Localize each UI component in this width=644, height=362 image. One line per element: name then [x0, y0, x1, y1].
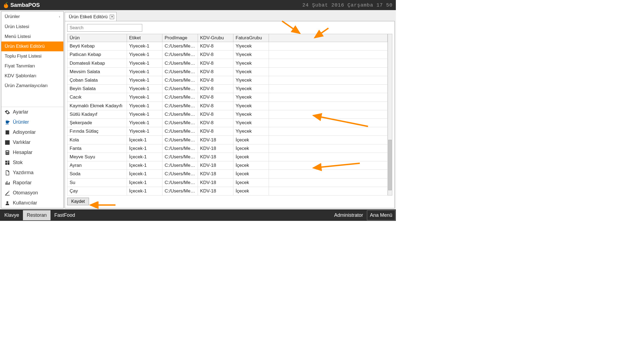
- table-row[interactable]: Kolaİçecek-1C:/Users/Meh...KDV-18İçecek: [67, 136, 388, 144]
- cell[interactable]: KDV-18: [198, 144, 233, 153]
- table-row[interactable]: Çoban SalataYiyecek-1C:/Users/Meh...KDV-…: [67, 76, 388, 84]
- cell[interactable]: İçecek: [233, 187, 269, 195]
- cell[interactable]: İçecek: [233, 170, 269, 178]
- cell[interactable]: Mevsim Salata: [67, 67, 127, 76]
- table-row[interactable]: ŞekerpadeYiyecek-1C:/Users/Meh...KDV-8Yi…: [67, 118, 388, 127]
- table-row[interactable]: Beyin SalataYiyecek-1C:/Users/Meh...KDV-…: [67, 85, 388, 93]
- sidebar-nav-bars[interactable]: Raporlar: [1, 178, 63, 188]
- cell[interactable]: C:/Users/Meh...: [162, 76, 198, 84]
- sidebar-item[interactable]: Ürün Listesi: [1, 22, 63, 32]
- cell[interactable]: Yiyecek: [233, 42, 269, 51]
- cell[interactable]: İçecek: [233, 161, 269, 170]
- table-row[interactable]: Fırında SütlaçYiyecek-1C:/Users/Meh...KD…: [67, 127, 388, 136]
- cell[interactable]: İçecek: [233, 144, 269, 153]
- cell[interactable]: KDV-8: [198, 42, 233, 51]
- cell[interactable]: Yiyecek-1: [127, 42, 162, 51]
- cell[interactable]: KDV-8: [198, 85, 233, 93]
- cell[interactable]: Yiyecek: [233, 110, 269, 118]
- cell[interactable]: KDV-18: [198, 153, 233, 161]
- sidebar-item[interactable]: Menü Listesi: [1, 32, 63, 41]
- cell[interactable]: İçecek-1: [127, 170, 162, 178]
- product-grid[interactable]: ÜrünEtiketProdImageKDV-GrubuFaturaGrubu …: [67, 34, 388, 195]
- cell[interactable]: Beyin Salata: [67, 85, 127, 93]
- cell[interactable]: Yiyecek: [233, 51, 269, 59]
- cell[interactable]: KDV-8: [198, 102, 233, 110]
- cell[interactable]: C:/Users/Meh...: [162, 118, 198, 127]
- cell[interactable]: Su: [67, 178, 127, 187]
- cell[interactable]: Beyti Kebap: [67, 42, 127, 51]
- sidebar-item[interactable]: Toplu Fiyat Listesi: [1, 51, 63, 61]
- table-row[interactable]: Meyve Suyuİçecek-1C:/Users/Meh...KDV-18İ…: [67, 153, 388, 161]
- cell[interactable]: İçecek-1: [127, 161, 162, 170]
- workspace-button[interactable]: FastFood: [51, 210, 79, 220]
- cell[interactable]: KDV-8: [198, 127, 233, 136]
- cell[interactable]: Kola: [67, 136, 127, 144]
- cell[interactable]: Patlıcan Kebap: [67, 51, 127, 59]
- sidebar-item[interactable]: KDV Şablonları: [1, 71, 63, 81]
- column-header[interactable]: Ürün: [67, 34, 127, 42]
- cell[interactable]: KDV-18: [198, 187, 233, 195]
- cell[interactable]: Fanta: [67, 144, 127, 153]
- cell[interactable]: C:/Users/Meh...: [162, 178, 198, 187]
- cell[interactable]: İçecek-1: [127, 136, 162, 144]
- cell[interactable]: KDV-8: [198, 67, 233, 76]
- sidebar-nav-cup[interactable]: Ürünler: [1, 117, 63, 127]
- cell[interactable]: Yiyecek: [233, 85, 269, 93]
- save-button[interactable]: Kaydet: [67, 198, 89, 205]
- cell[interactable]: Yiyecek-1: [127, 127, 162, 136]
- cell[interactable]: Yiyecek: [233, 93, 269, 102]
- cell[interactable]: Yiyecek: [233, 102, 269, 110]
- cell[interactable]: KDV-8: [198, 110, 233, 118]
- cell[interactable]: KDV-18: [198, 136, 233, 144]
- column-header[interactable]: ProdImage: [162, 34, 198, 42]
- cell[interactable]: Sütlü Kadayıf: [67, 110, 127, 118]
- table-row[interactable]: Ayranİçecek-1C:/Users/Meh...KDV-18İçecek: [67, 161, 388, 170]
- cell[interactable]: Yiyecek: [233, 118, 269, 127]
- cell[interactable]: C:/Users/Meh...: [162, 59, 198, 67]
- cell[interactable]: Yiyecek: [233, 127, 269, 136]
- cell[interactable]: C:/Users/Meh...: [162, 110, 198, 118]
- sidebar-nav-document[interactable]: Yazdırma: [1, 168, 63, 178]
- sidebar-nav-calc[interactable]: Hesaplar: [1, 147, 63, 158]
- cell[interactable]: Yiyecek-1: [127, 76, 162, 84]
- cell[interactable]: KDV-8: [198, 93, 233, 102]
- cell[interactable]: C:/Users/Meh...: [162, 144, 198, 153]
- cell[interactable]: KDV-18: [198, 161, 233, 170]
- cell[interactable]: KDV-8: [198, 118, 233, 127]
- table-row[interactable]: Sütlü KadayıfYiyecek-1C:/Users/Meh...KDV…: [67, 110, 388, 118]
- column-header[interactable]: FaturaGrubu: [233, 34, 269, 42]
- cell[interactable]: İçecek-1: [127, 144, 162, 153]
- vertical-scrollbar[interactable]: [388, 34, 392, 195]
- cell[interactable]: Fırında Sütlaç: [67, 127, 127, 136]
- cell[interactable]: Cacık: [67, 93, 127, 102]
- cell[interactable]: C:/Users/Meh...: [162, 153, 198, 161]
- sidebar-nav-grid[interactable]: Varlıklar: [1, 137, 63, 147]
- cell[interactable]: Şekerpade: [67, 118, 127, 127]
- cell[interactable]: Çoban Salata: [67, 76, 127, 84]
- sidebar-item[interactable]: Ürün Zamanlayıcıları: [1, 81, 63, 91]
- workspace-button[interactable]: Restoran: [23, 210, 51, 220]
- cell[interactable]: İçecek-1: [127, 178, 162, 187]
- search-input[interactable]: [67, 24, 142, 32]
- cell[interactable]: İçecek: [233, 178, 269, 187]
- column-header[interactable]: Etiket: [127, 34, 162, 42]
- cell[interactable]: C:/Users/Meh...: [162, 187, 198, 195]
- sidebar-nav-book[interactable]: Adisyonlar: [1, 127, 63, 137]
- cell[interactable]: C:/Users/Meh...: [162, 51, 198, 59]
- table-row[interactable]: Suİçecek-1C:/Users/Meh...KDV-18İçecek: [67, 178, 388, 187]
- sidebar-nav-pencil[interactable]: Otomasyon: [1, 188, 63, 198]
- sidebar-section-header[interactable]: Ürünler ‹: [1, 11, 63, 22]
- cell[interactable]: İçecek: [233, 153, 269, 161]
- cell[interactable]: Domatesli Kebap: [67, 59, 127, 67]
- cell[interactable]: C:/Users/Meh...: [162, 136, 198, 144]
- cell[interactable]: Yiyecek-1: [127, 51, 162, 59]
- cell[interactable]: C:/Users/Meh...: [162, 127, 198, 136]
- cell[interactable]: C:/Users/Meh...: [162, 161, 198, 170]
- cell[interactable]: Yiyecek-1: [127, 102, 162, 110]
- table-row[interactable]: Fantaİçecek-1C:/Users/Meh...KDV-18İçecek: [67, 144, 388, 153]
- cell[interactable]: KDV-18: [198, 170, 233, 178]
- close-icon[interactable]: ✕: [110, 15, 114, 19]
- cell[interactable]: Soda: [67, 170, 127, 178]
- cell[interactable]: İçecek-1: [127, 187, 162, 195]
- cell[interactable]: İçecek-1: [127, 153, 162, 161]
